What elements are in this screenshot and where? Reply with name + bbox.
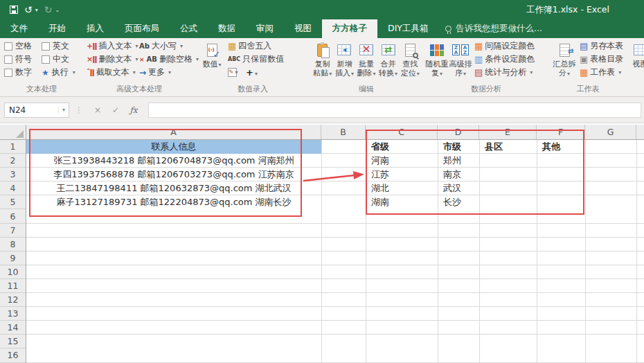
row-header[interactable]: 9: [0, 251, 26, 265]
insert-text-button[interactable]: +ǁ插入文本: [84, 39, 137, 53]
save-icon[interactable]: [10, 6, 18, 14]
more-button[interactable]: →更多: [137, 66, 194, 79]
checkbox-icon[interactable]: [42, 42, 50, 51]
row-header[interactable]: 14: [0, 321, 26, 335]
tab-home[interactable]: 开始: [38, 19, 76, 38]
insert-new-button[interactable]: ◂ 新增插入: [334, 39, 356, 78]
delete-text-button[interactable]: ×ǁ删除文本: [84, 53, 137, 66]
cell-c3[interactable]: 江苏: [366, 168, 435, 182]
batch-delete-button[interactable]: ✕ 批量删除: [355, 39, 377, 78]
cell-d4[interactable]: 武汉: [438, 182, 478, 195]
condition-color-button[interactable]: ▥条件设定颜色: [472, 53, 547, 66]
column-header-c[interactable]: C: [366, 125, 438, 139]
undo-icon[interactable]: ↺: [24, 5, 33, 15]
column-header-g[interactable]: G: [585, 125, 636, 139]
row-header[interactable]: 5: [0, 195, 26, 209]
row-header[interactable]: 8: [0, 238, 26, 251]
view-button-partial[interactable]: 视图: [629, 39, 644, 69]
name-box-dropdown-icon[interactable]: ▾: [58, 107, 69, 113]
checkbox-chinese[interactable]: 中文: [40, 53, 80, 66]
row-header[interactable]: 15: [0, 335, 26, 348]
row-header[interactable]: 7: [0, 224, 26, 238]
row-header[interactable]: 4: [0, 182, 26, 195]
numeric-button[interactable]: (-)✓ 数值: [198, 39, 226, 69]
row-header[interactable]: 10: [0, 265, 26, 279]
plus-dropdown-button[interactable]: +: [246, 67, 258, 78]
edit-pencil-icon[interactable]: ✎: [228, 68, 237, 77]
tab-data[interactable]: 数据: [208, 19, 246, 38]
undo-dropdown-icon[interactable]: ▾: [35, 7, 38, 13]
insert-function-icon[interactable]: ƒx: [125, 105, 143, 115]
tab-page-layout[interactable]: 页面布局: [114, 19, 170, 38]
row-header[interactable]: 6: [0, 209, 26, 223]
row-header[interactable]: 16: [0, 348, 26, 362]
tab-diy-toolbox[interactable]: DIY工具箱: [377, 19, 438, 38]
tell-me-box[interactable]: 告诉我您想要做什么...: [438, 19, 548, 38]
worksheet-button[interactable]: ▦工作表: [578, 66, 625, 79]
keep-numbers-button[interactable]: ABC只保留数值: [226, 53, 307, 66]
cell-c1[interactable]: 省级: [366, 140, 435, 154]
customize-qat-icon[interactable]: ⌄: [55, 7, 60, 13]
cell-e1[interactable]: 县区: [479, 140, 535, 154]
name-box[interactable]: N24 ▾: [4, 103, 69, 118]
column-header-f[interactable]: F: [537, 125, 585, 139]
column-header-e[interactable]: E: [479, 125, 537, 139]
cut-text-button[interactable]: ˆǁ截取文本: [84, 66, 137, 79]
find-locate-button[interactable]: 查找定位: [399, 39, 421, 78]
advanced-sort-button[interactable]: Z A A Z 高级排序: [449, 39, 472, 78]
row-header[interactable]: 11: [0, 279, 26, 293]
row-header[interactable]: 1: [0, 140, 26, 154]
tab-formulas[interactable]: 公式: [170, 19, 208, 38]
cell-d3[interactable]: 南京: [438, 168, 478, 182]
checkbox-space[interactable]: 空格: [3, 39, 40, 53]
checkbox-digit[interactable]: 数字: [3, 66, 40, 79]
cell-a3[interactable]: 李四13937568878 邮箱1206703273@qq.com 江苏南京: [28, 168, 320, 182]
cell-a5[interactable]: 麻子13127189731 邮箱122204873@qq.com 湖南长沙: [28, 195, 320, 209]
merge-convert-button[interactable]: ⇄ 合并转换: [377, 39, 400, 78]
column-header-d[interactable]: D: [438, 125, 479, 139]
column-header-b[interactable]: B: [321, 125, 366, 139]
tab-review[interactable]: 审阅: [246, 19, 284, 38]
group-advanced-text: +ǁ插入文本 ×ǁ删除文本 ˆǁ截取文本 Ab大小写 ×AB删除空格 →更多 高…: [84, 39, 194, 96]
enter-icon[interactable]: ✓: [107, 105, 125, 115]
execute-button[interactable]: ★执行: [40, 66, 80, 79]
tab-insert[interactable]: 插入: [76, 19, 114, 38]
checkbox-icon[interactable]: [4, 42, 12, 51]
formula-input[interactable]: [148, 103, 641, 118]
cell-d5[interactable]: 长沙: [438, 195, 478, 209]
cell-c4[interactable]: 湖北: [366, 182, 435, 195]
checkbox-symbol[interactable]: 符号: [3, 53, 40, 66]
checkbox-icon[interactable]: [4, 55, 12, 64]
cancel-icon[interactable]: ×: [89, 105, 107, 115]
checkbox-english[interactable]: 英文: [40, 39, 80, 53]
save-as-sheet-button[interactable]: ▤另存本表: [578, 39, 625, 53]
row-header[interactable]: 13: [0, 307, 26, 321]
copy-paste-button[interactable]: 复制粘贴: [312, 39, 334, 78]
statistics-analysis-button[interactable]: ▤统计与分析: [472, 66, 547, 79]
cell-a2[interactable]: 张三13938443218 邮箱1206704873@qq.com 河南郑州: [28, 154, 320, 168]
cell-c5[interactable]: 湖南: [366, 195, 435, 209]
remove-spaces-button[interactable]: ×AB删除空格: [137, 53, 194, 66]
cell-d2[interactable]: 郑州: [438, 154, 478, 168]
row-header[interactable]: 12: [0, 293, 26, 307]
checkbox-icon[interactable]: [42, 55, 50, 64]
row-header[interactable]: 3: [0, 168, 26, 182]
interval-color-button[interactable]: ▦间隔设定颜色: [472, 39, 547, 53]
tab-file[interactable]: 文件: [0, 19, 38, 38]
row-header[interactable]: 2: [0, 154, 26, 168]
column-header-a[interactable]: A: [26, 125, 321, 139]
random-repeat-button[interactable]: 随机重复: [425, 39, 449, 78]
select-all-corner[interactable]: [0, 125, 26, 139]
cell-d1[interactable]: 市级: [438, 140, 478, 154]
cell-f1[interactable]: 其他: [537, 140, 584, 154]
table-directory-button[interactable]: ▣表格目录: [578, 53, 625, 66]
letter-case-button[interactable]: Ab大小写: [137, 39, 194, 53]
tab-ffcell-active[interactable]: 方方格子: [322, 19, 377, 38]
summary-split-button[interactable]: ⇄ 汇总拆分: [551, 39, 578, 78]
cell-a4[interactable]: 王二13847198411 邮箱120632873@qq.com 湖北武汉: [28, 182, 320, 195]
tab-view[interactable]: 视图: [284, 19, 322, 38]
round-button[interactable]: ▦四舍五入: [226, 39, 307, 53]
cell-c2[interactable]: 河南: [366, 154, 435, 168]
checkbox-icon[interactable]: [4, 69, 12, 77]
cell-a1[interactable]: 联系人信息: [26, 140, 321, 154]
